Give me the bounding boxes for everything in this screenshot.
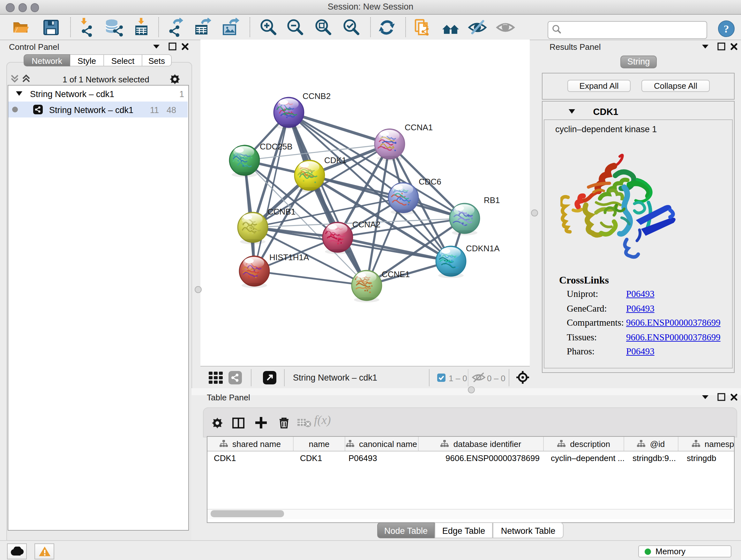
svg-text:CDK1: CDK1 — [324, 155, 346, 165]
svg-text:CCNB1: CCNB1 — [267, 207, 295, 216]
svg-text:HIST1H1A: HIST1H1A — [269, 253, 309, 262]
svg-text:CCNB2: CCNB2 — [302, 91, 331, 101]
svg-text:CCNE1: CCNE1 — [382, 269, 410, 279]
svg-text:RB1: RB1 — [484, 195, 500, 205]
svg-text:?: ? — [724, 23, 729, 35]
svg-text:CDC6: CDC6 — [419, 177, 441, 186]
svg-text:CCNA1: CCNA1 — [405, 123, 433, 132]
svg-text:CDKN1A: CDKN1A — [466, 244, 500, 253]
svg-text:CDC25B: CDC25B — [260, 142, 293, 151]
svg-text:CCNA2: CCNA2 — [352, 220, 381, 229]
